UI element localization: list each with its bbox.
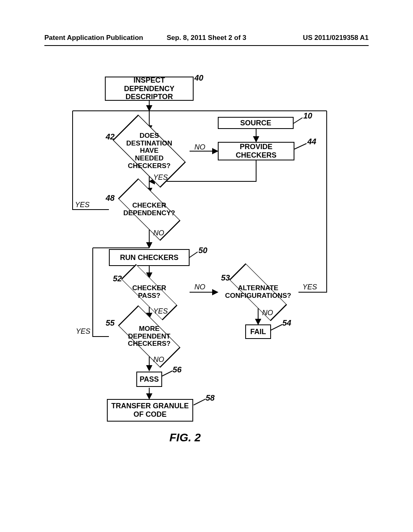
decision-has-checkers: DOES DESTINATION HAVE NEEDED CHECKERS?: [109, 131, 190, 171]
decision-has-checkers-label: DOES DESTINATION HAVE NEEDED CHECKERS?: [126, 132, 172, 170]
ref-44: 44: [307, 137, 316, 146]
ref-42: 42: [106, 132, 115, 141]
edge-yes-55: YES: [76, 327, 90, 336]
edge-yes-48: YES: [75, 201, 90, 209]
node-run-checkers: RUN CHECKERS: [109, 249, 190, 266]
node-fail: FAIL: [245, 324, 271, 339]
decision-alt-config-label: ALTERNATE CONFIGURATIONS?: [225, 285, 291, 299]
edge-no-55: NO: [153, 355, 164, 364]
ref-54: 54: [282, 318, 291, 328]
decision-more-checkers: MORE DEPENDENT CHECKERS?: [109, 318, 190, 355]
ref-50: 50: [198, 246, 207, 255]
header-right: US 2011/0219358 A1: [261, 34, 369, 45]
node-transfer: TRANSFER GRANULE OF CODE: [107, 399, 193, 422]
edge-no-48: NO: [153, 229, 164, 237]
ref-40: 40: [194, 73, 203, 83]
figure-caption: FIG. 2: [169, 431, 201, 444]
decision-checker-dependency: CHECKER DEPENDENCY?: [109, 193, 190, 226]
header-mid: Sep. 8, 2011 Sheet 2 of 3: [152, 34, 261, 45]
node-provide-checkers: PROVIDE CHECKERS: [218, 142, 294, 160]
ref-53: 53: [221, 273, 230, 283]
edge-yes-53: YES: [302, 283, 317, 291]
decision-checker-dependency-label: CHECKER DEPENDENCY?: [123, 202, 175, 217]
decision-more-checkers-label: MORE DEPENDENT CHECKERS?: [128, 325, 171, 348]
ref-52: 52: [113, 274, 122, 283]
edge-yes-42: YES: [153, 173, 168, 182]
node-inspect-dependency: INSPECT DEPENDENCY DESCRIPTOR: [105, 77, 194, 101]
edge-no-52: NO: [194, 283, 205, 291]
page-header: Patent Application Publication Sep. 8, 2…: [44, 34, 369, 46]
node-source: SOURCE: [218, 117, 294, 129]
ref-10: 10: [303, 111, 312, 121]
ref-56: 56: [173, 365, 181, 374]
node-pass: PASS: [136, 372, 162, 387]
ref-55: 55: [106, 318, 115, 328]
header-left: Patent Application Publication: [44, 34, 152, 45]
flowchart: INSPECT DEPENDENCY DESCRIPTOR 40 SOURCE …: [69, 73, 351, 476]
ref-48: 48: [106, 193, 115, 203]
page: Patent Application Publication Sep. 8, 2…: [0, 0, 413, 532]
edge-no-53: NO: [262, 309, 273, 317]
ref-58: 58: [206, 393, 215, 403]
decision-checker-pass-label: CHECKER PASS?: [129, 285, 169, 299]
edge-yes-52: YES: [153, 307, 168, 316]
edge-no-42: NO: [194, 143, 205, 152]
